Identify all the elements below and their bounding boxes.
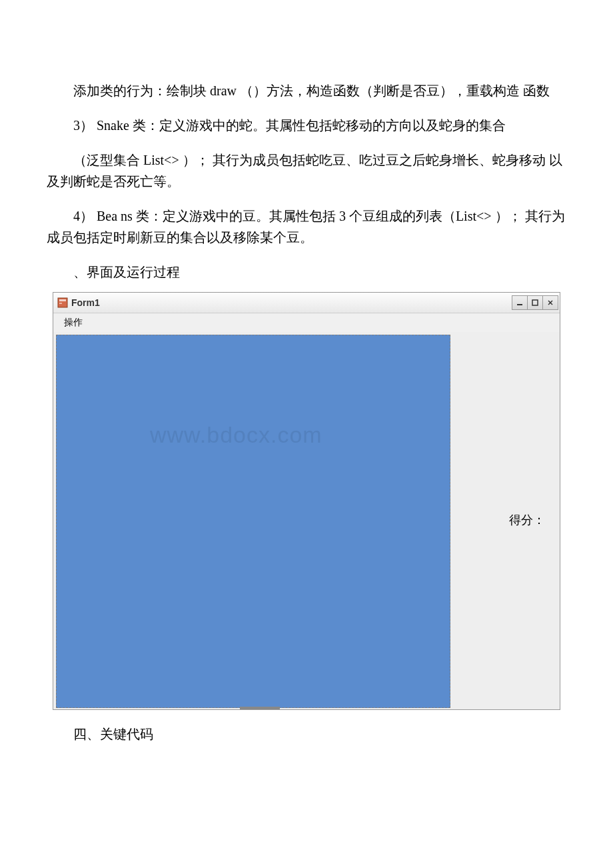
form-body: www.bdocx.com 得分： (53, 332, 560, 709)
paragraph-snake-behavior: （泛型集合 List<> ）； 其行为成员包括蛇吃豆、吃过豆之后蛇身增长、蛇身移… (47, 149, 566, 192)
score-label: 得分： (509, 512, 545, 528)
close-button[interactable] (542, 295, 558, 310)
menu-operation[interactable]: 操作 (59, 314, 88, 331)
menubar: 操作 (53, 313, 560, 332)
minimize-button[interactable] (512, 295, 528, 310)
svg-rect-4 (532, 300, 538, 305)
form-window: Form1 操作 www.bdocx.com 得分： (53, 292, 560, 710)
scroll-indicator (240, 707, 280, 709)
svg-rect-2 (59, 303, 62, 304)
maximize-button[interactable] (527, 295, 543, 310)
section-key-code: 四、关键代码 (47, 723, 566, 745)
form-icon (57, 297, 68, 308)
paragraph-beans-class: 4） Bea ns 类：定义游戏中的豆。其属性包括 3 个豆组成的列表（List… (47, 205, 566, 248)
paragraph-snake-class: 3） Snake 类：定义游戏中的蛇。其属性包括蛇移动的方向以及蛇身的集合 (47, 115, 566, 136)
svg-rect-1 (59, 299, 66, 301)
window-controls (512, 295, 558, 310)
titlebar-left: Form1 (57, 297, 100, 308)
form-title: Form1 (71, 297, 100, 308)
paragraph-draw-method: 添加类的行为：绘制块 draw （）方法，构造函数（判断是否豆），重载构造 函数 (47, 80, 566, 101)
document-page: 添加类的行为：绘制块 draw （）方法，构造函数（判断是否豆），重载构造 函数… (0, 0, 613, 798)
game-panel[interactable]: www.bdocx.com (56, 335, 450, 708)
svg-rect-3 (517, 304, 522, 305)
paragraph-ui-section: 、界面及运行过程 (47, 261, 566, 283)
titlebar[interactable]: Form1 (53, 293, 560, 313)
watermark-text: www.bdocx.com (150, 422, 322, 448)
